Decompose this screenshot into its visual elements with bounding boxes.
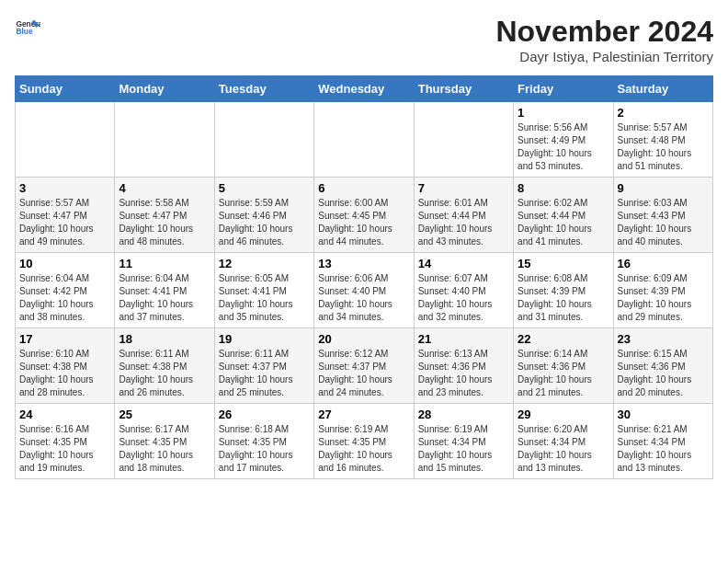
week-row-1: 1Sunrise: 5:56 AM Sunset: 4:49 PM Daylig… <box>16 102 713 178</box>
day-info: Sunrise: 6:10 AM Sunset: 4:38 PM Dayligh… <box>19 348 110 399</box>
day-number: 25 <box>119 408 210 421</box>
weekday-header-monday: Monday <box>115 76 214 102</box>
calendar-cell <box>16 102 115 178</box>
week-row-3: 10Sunrise: 6:04 AM Sunset: 4:42 PM Dayli… <box>16 253 713 328</box>
day-info: Sunrise: 6:21 AM Sunset: 4:34 PM Dayligh… <box>618 423 709 475</box>
day-number: 5 <box>219 181 310 195</box>
day-number: 9 <box>618 181 709 195</box>
day-info: Sunrise: 6:11 AM Sunset: 4:38 PM Dayligh… <box>119 348 210 399</box>
calendar-cell: 27Sunrise: 6:19 AM Sunset: 4:35 PM Dayli… <box>314 404 414 479</box>
calendar-cell: 20Sunrise: 6:12 AM Sunset: 4:37 PM Dayli… <box>314 328 414 404</box>
calendar-cell: 5Sunrise: 5:59 AM Sunset: 4:46 PM Daylig… <box>214 178 313 253</box>
weekday-header-tuesday: Tuesday <box>214 76 313 102</box>
weekday-header-row: SundayMondayTuesdayWednesdayThursdayFrid… <box>16 76 713 102</box>
day-number: 18 <box>119 332 210 346</box>
calendar-cell: 15Sunrise: 6:08 AM Sunset: 4:39 PM Dayli… <box>514 253 613 328</box>
weekday-header-saturday: Saturday <box>613 76 712 102</box>
calendar-cell: 1Sunrise: 5:56 AM Sunset: 4:49 PM Daylig… <box>514 102 613 178</box>
day-number: 8 <box>518 181 609 195</box>
calendar-cell <box>314 102 414 178</box>
day-number: 10 <box>19 257 110 270</box>
logo: General Blue <box>15 15 40 40</box>
day-number: 15 <box>518 257 609 270</box>
calendar-cell: 24Sunrise: 6:16 AM Sunset: 4:35 PM Dayli… <box>16 404 115 479</box>
calendar-cell <box>214 102 313 178</box>
day-info: Sunrise: 6:19 AM Sunset: 4:34 PM Dayligh… <box>418 423 509 475</box>
day-info: Sunrise: 6:11 AM Sunset: 4:37 PM Dayligh… <box>219 348 310 399</box>
day-info: Sunrise: 6:02 AM Sunset: 4:44 PM Dayligh… <box>518 197 609 248</box>
calendar-cell <box>115 102 214 178</box>
day-info: Sunrise: 6:08 AM Sunset: 4:39 PM Dayligh… <box>518 272 609 324</box>
day-info: Sunrise: 5:58 AM Sunset: 4:47 PM Dayligh… <box>119 197 210 248</box>
calendar-cell: 12Sunrise: 6:05 AM Sunset: 4:41 PM Dayli… <box>214 253 313 328</box>
day-number: 16 <box>618 257 709 270</box>
calendar-table: SundayMondayTuesdayWednesdayThursdayFrid… <box>15 75 713 479</box>
logo-icon: General Blue <box>15 15 40 40</box>
week-row-2: 3Sunrise: 5:57 AM Sunset: 4:47 PM Daylig… <box>16 178 713 253</box>
weekday-header-thursday: Thursday <box>414 76 513 102</box>
day-number: 26 <box>219 408 310 421</box>
day-number: 7 <box>418 181 509 195</box>
day-info: Sunrise: 6:04 AM Sunset: 4:41 PM Dayligh… <box>119 272 210 324</box>
day-number: 19 <box>219 332 310 346</box>
day-info: Sunrise: 6:18 AM Sunset: 4:35 PM Dayligh… <box>219 423 310 475</box>
day-number: 12 <box>219 257 310 270</box>
day-number: 14 <box>418 257 509 270</box>
day-info: Sunrise: 6:16 AM Sunset: 4:35 PM Dayligh… <box>19 423 110 475</box>
day-info: Sunrise: 6:04 AM Sunset: 4:42 PM Dayligh… <box>19 272 110 324</box>
calendar-cell: 19Sunrise: 6:11 AM Sunset: 4:37 PM Dayli… <box>214 328 313 404</box>
day-info: Sunrise: 6:09 AM Sunset: 4:39 PM Dayligh… <box>618 272 709 324</box>
day-number: 2 <box>618 106 709 120</box>
weekday-header-friday: Friday <box>514 76 613 102</box>
day-number: 30 <box>618 408 709 421</box>
day-info: Sunrise: 6:15 AM Sunset: 4:36 PM Dayligh… <box>618 348 709 399</box>
calendar-cell: 26Sunrise: 6:18 AM Sunset: 4:35 PM Dayli… <box>214 404 313 479</box>
calendar-cell: 13Sunrise: 6:06 AM Sunset: 4:40 PM Dayli… <box>314 253 414 328</box>
day-number: 17 <box>19 332 110 346</box>
day-info: Sunrise: 6:19 AM Sunset: 4:35 PM Dayligh… <box>318 423 409 475</box>
day-info: Sunrise: 6:03 AM Sunset: 4:43 PM Dayligh… <box>618 197 709 248</box>
day-number: 21 <box>418 332 509 346</box>
day-number: 27 <box>318 408 409 421</box>
month-title: November 2024 <box>495 15 713 49</box>
week-row-4: 17Sunrise: 6:10 AM Sunset: 4:38 PM Dayli… <box>16 328 713 404</box>
day-info: Sunrise: 6:05 AM Sunset: 4:41 PM Dayligh… <box>219 272 310 324</box>
weekday-header-sunday: Sunday <box>16 76 115 102</box>
calendar-cell: 28Sunrise: 6:19 AM Sunset: 4:34 PM Dayli… <box>414 404 513 479</box>
day-info: Sunrise: 5:57 AM Sunset: 4:47 PM Dayligh… <box>19 197 110 248</box>
week-row-5: 24Sunrise: 6:16 AM Sunset: 4:35 PM Dayli… <box>16 404 713 479</box>
day-info: Sunrise: 6:00 AM Sunset: 4:45 PM Dayligh… <box>318 197 409 248</box>
day-info: Sunrise: 5:57 AM Sunset: 4:48 PM Dayligh… <box>618 121 709 173</box>
svg-text:Blue: Blue <box>16 27 32 36</box>
calendar-cell: 25Sunrise: 6:17 AM Sunset: 4:35 PM Dayli… <box>115 404 214 479</box>
calendar-cell: 30Sunrise: 6:21 AM Sunset: 4:34 PM Dayli… <box>613 404 712 479</box>
day-number: 20 <box>318 332 409 346</box>
calendar-cell: 3Sunrise: 5:57 AM Sunset: 4:47 PM Daylig… <box>16 178 115 253</box>
calendar-cell: 8Sunrise: 6:02 AM Sunset: 4:44 PM Daylig… <box>514 178 613 253</box>
day-number: 4 <box>119 181 210 195</box>
day-number: 1 <box>518 106 609 120</box>
calendar-cell: 4Sunrise: 5:58 AM Sunset: 4:47 PM Daylig… <box>115 178 214 253</box>
calendar-cell: 23Sunrise: 6:15 AM Sunset: 4:36 PM Dayli… <box>613 328 712 404</box>
day-info: Sunrise: 6:14 AM Sunset: 4:36 PM Dayligh… <box>518 348 609 399</box>
day-number: 24 <box>19 408 110 421</box>
day-number: 3 <box>19 181 110 195</box>
calendar-cell: 9Sunrise: 6:03 AM Sunset: 4:43 PM Daylig… <box>613 178 712 253</box>
day-number: 13 <box>318 257 409 270</box>
calendar-cell: 21Sunrise: 6:13 AM Sunset: 4:36 PM Dayli… <box>414 328 513 404</box>
weekday-header-wednesday: Wednesday <box>314 76 414 102</box>
day-number: 29 <box>518 408 609 421</box>
day-number: 6 <box>318 181 409 195</box>
calendar-cell: 16Sunrise: 6:09 AM Sunset: 4:39 PM Dayli… <box>613 253 712 328</box>
calendar-cell: 18Sunrise: 6:11 AM Sunset: 4:38 PM Dayli… <box>115 328 214 404</box>
calendar-cell: 22Sunrise: 6:14 AM Sunset: 4:36 PM Dayli… <box>514 328 613 404</box>
calendar-cell: 7Sunrise: 6:01 AM Sunset: 4:44 PM Daylig… <box>414 178 513 253</box>
calendar-cell: 29Sunrise: 6:20 AM Sunset: 4:34 PM Dayli… <box>514 404 613 479</box>
day-number: 23 <box>618 332 709 346</box>
calendar-cell: 6Sunrise: 6:00 AM Sunset: 4:45 PM Daylig… <box>314 178 414 253</box>
calendar-cell: 17Sunrise: 6:10 AM Sunset: 4:38 PM Dayli… <box>16 328 115 404</box>
day-info: Sunrise: 6:01 AM Sunset: 4:44 PM Dayligh… <box>418 197 509 248</box>
day-info: Sunrise: 6:13 AM Sunset: 4:36 PM Dayligh… <box>418 348 509 399</box>
day-info: Sunrise: 5:59 AM Sunset: 4:46 PM Dayligh… <box>219 197 310 248</box>
day-number: 22 <box>518 332 609 346</box>
